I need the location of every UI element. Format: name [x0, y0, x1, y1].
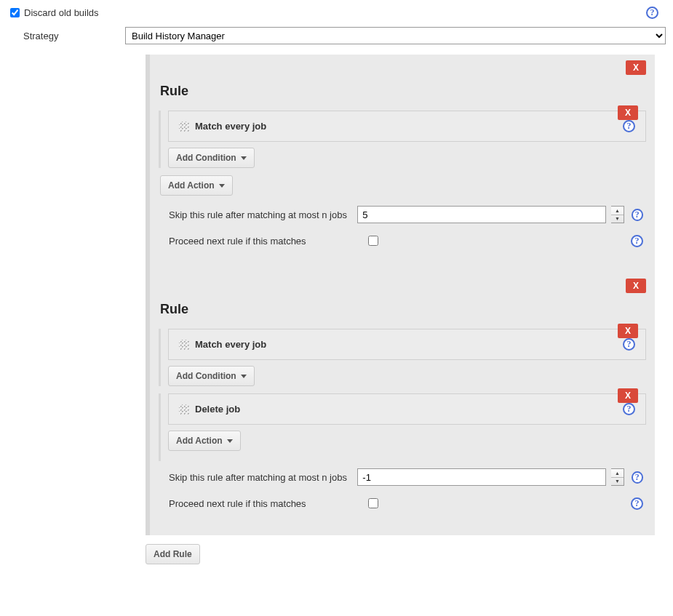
action-label: Delete job [195, 404, 240, 415]
add-condition-label: Add Condition [176, 371, 236, 381]
delete-rule-button[interactable]: X [626, 279, 646, 293]
proceed-checkbox[interactable] [368, 498, 378, 508]
chevron-down-icon [227, 439, 233, 443]
add-action-label: Add Action [176, 436, 223, 446]
rule-block: X Rule X Match every job ? Add Condition [148, 55, 655, 273]
proceed-label: Proceed next rule if this matches [169, 236, 358, 247]
add-condition-button[interactable]: Add Condition [168, 366, 255, 386]
condition-item: X Match every job ? [168, 111, 646, 142]
action-item: X Delete job ? [168, 393, 646, 425]
help-icon[interactable]: ? [623, 338, 635, 351]
add-action-label: Add Action [168, 180, 215, 191]
skip-n-jobs-input[interactable] [357, 206, 606, 223]
delete-condition-button[interactable]: X [618, 324, 638, 338]
help-icon[interactable]: ? [631, 497, 643, 510]
help-icon[interactable]: ? [632, 471, 643, 484]
add-action-button[interactable]: Add Action [160, 175, 233, 196]
number-spinner[interactable]: ▲▼ [611, 468, 624, 486]
delete-rule-button[interactable]: X [626, 60, 646, 75]
strategy-select[interactable]: Build History Manager [125, 27, 666, 44]
chevron-down-icon [241, 375, 247, 378]
rule-heading: Rule [150, 299, 646, 329]
discard-old-builds-checkbox[interactable] [10, 8, 20, 17]
rule-block: X Rule X Match every job ? Add Condition [148, 273, 655, 535]
drag-handle-icon[interactable] [179, 404, 189, 415]
drag-handle-icon[interactable] [179, 340, 189, 350]
discard-old-builds-label: Discard old builds [24, 7, 99, 18]
skip-n-jobs-input[interactable] [357, 468, 606, 486]
add-rule-label: Add Rule [154, 549, 192, 559]
add-condition-label: Add Condition [176, 153, 236, 163]
strategy-label: Strategy [23, 31, 111, 41]
chevron-down-icon [219, 184, 225, 188]
chevron-down-icon [241, 156, 247, 160]
delete-condition-button[interactable]: X [618, 105, 638, 120]
number-spinner[interactable]: ▲▼ [611, 206, 624, 223]
proceed-label: Proceed next rule if this matches [169, 498, 358, 509]
help-icon[interactable]: ? [646, 7, 658, 19]
skip-label: Skip this rule after matching at most n … [169, 472, 350, 483]
condition-item: X Match every job ? [168, 329, 646, 360]
help-icon[interactable]: ? [631, 235, 643, 247]
rule-heading: Rule [150, 81, 646, 111]
add-condition-button[interactable]: Add Condition [168, 148, 255, 168]
help-icon[interactable]: ? [632, 209, 643, 221]
help-icon[interactable]: ? [623, 403, 635, 415]
help-icon[interactable]: ? [623, 120, 635, 132]
delete-action-button[interactable]: X [618, 388, 638, 403]
proceed-checkbox[interactable] [368, 236, 378, 246]
drag-handle-icon[interactable] [179, 121, 189, 132]
add-rule-button[interactable]: Add Rule [146, 544, 200, 564]
add-action-button[interactable]: Add Action [168, 431, 241, 451]
condition-label: Match every job [195, 121, 266, 132]
condition-label: Match every job [195, 339, 266, 350]
skip-label: Skip this rule after matching at most n … [169, 209, 350, 220]
